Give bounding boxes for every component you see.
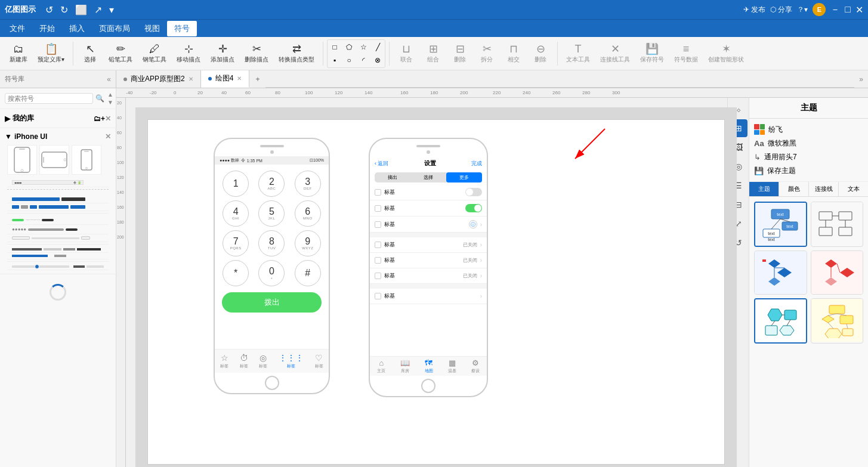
line-shape-btn[interactable]: ╱ <box>372 41 384 53</box>
star-shape-btn[interactable]: ☆ <box>357 41 369 53</box>
tab-panel-toggle[interactable]: » <box>854 70 868 88</box>
del-node-btn[interactable]: ✂ 删除描点 <box>240 39 273 68</box>
p2-tabnav-3[interactable]: 🗺地图 <box>425 358 433 374</box>
tabnav-3[interactable]: ◎标签 <box>259 353 267 369</box>
checkbox-4[interactable] <box>375 242 381 248</box>
dialer-2[interactable]: 2ABC <box>258 171 285 197</box>
new-lib-btn[interactable]: 🗂 新建库 <box>5 39 32 68</box>
theme-item-1[interactable]: text text text text <box>754 202 807 247</box>
add-node-btn[interactable]: ✛ 添加描点 <box>206 39 239 68</box>
my-library-arrow[interactable]: ▶ <box>5 115 10 123</box>
menu-symbol[interactable]: 符号 <box>167 21 197 36</box>
seg-item-1[interactable]: 摘出 <box>375 172 410 183</box>
menu-layout[interactable]: 页面布局 <box>92 21 137 36</box>
dialer-0[interactable]: 0+ <box>258 260 285 286</box>
window-btn[interactable]: ⬜ <box>73 4 89 16</box>
sym5[interactable] <box>12 255 48 257</box>
menu-insert[interactable]: 插入 <box>62 21 92 36</box>
back-btn[interactable]: ‹ 返回 <box>375 160 389 168</box>
menu-file[interactable]: 文件 <box>2 21 32 36</box>
remove-btn[interactable]: ⊟ 删除 <box>447 39 473 68</box>
dialer-hash[interactable]: # <box>295 260 321 286</box>
checkbox-6[interactable] <box>375 273 381 279</box>
nav-up-arrow[interactable]: ▲ <box>107 91 114 98</box>
exclude-btn[interactable]: ⊖ 删除 <box>527 39 554 68</box>
subtab-theme[interactable]: 主题 <box>749 182 779 196</box>
my-library-add[interactable]: 🗂 <box>94 115 101 123</box>
p2-tabnav-1[interactable]: ⌂主页 <box>377 358 385 374</box>
sym6[interactable] <box>54 255 66 257</box>
min-btn[interactable]: － <box>830 4 840 16</box>
dialer-5[interactable]: 5JKL <box>258 200 285 227</box>
tabbar-med[interactable] <box>70 205 85 209</box>
menu-start[interactable]: 开始 <box>32 21 62 36</box>
tab-add-btn[interactable]: + <box>249 70 265 88</box>
save-symbol-btn[interactable]: 💾 保存符号 <box>635 39 669 68</box>
convert-node-btn[interactable]: ⇄ 转换描点类型 <box>274 39 319 68</box>
user-avatar[interactable]: E <box>813 3 826 16</box>
tabbar-item3[interactable] <box>30 205 37 209</box>
square-shape-btn[interactable]: ▪ <box>329 54 341 66</box>
checkbox-2[interactable] <box>375 205 381 212</box>
pencil-tool-btn[interactable]: ✏ 铅笔工具 <box>104 39 137 68</box>
p2-tabnav-5[interactable]: ⚙蔡设 <box>471 358 480 374</box>
ctrl-dark[interactable] <box>42 219 54 221</box>
dialer-9[interactable]: 9WXYZ <box>295 230 321 256</box>
help-btn[interactable]: ？▾ <box>797 5 808 15</box>
ctrl-small-input[interactable] <box>81 236 90 240</box>
canvas-content[interactable]: ●●●● 数林 令 1:35 PM ⊡100% 1 2ABC 3DEF <box>135 107 737 467</box>
dialer-7[interactable]: 7PQRS <box>223 230 249 256</box>
statusbar-symbol[interactable]: ●●●● 令 🔋 <box>12 180 84 185</box>
symbol-data-btn[interactable]: ≡ 符号数据 <box>669 39 703 68</box>
p2-tabnav-4[interactable]: ▦温基 <box>448 358 456 374</box>
dialer-1[interactable]: 1 <box>223 171 249 197</box>
pen-tool-btn[interactable]: 🖊 钢笔工具 <box>138 39 171 68</box>
close-btn[interactable]: ✕ <box>855 4 863 16</box>
subtab-text[interactable]: 文本 <box>838 182 868 196</box>
rect-shape-btn[interactable]: □ <box>329 41 341 53</box>
my-library-close[interactable]: ✕ <box>105 115 111 123</box>
move-node-btn[interactable]: ⊹ 移动描点 <box>172 39 205 68</box>
tabnav-4[interactable]: ⋮⋮⋮标签 <box>279 353 304 369</box>
checkbox-7[interactable] <box>375 293 381 299</box>
slider-sym[interactable] <box>12 265 69 268</box>
ctrl-bar[interactable] <box>28 228 64 231</box>
tabbar-item1[interactable] <box>12 205 19 209</box>
ctrl-dark2[interactable] <box>66 228 78 231</box>
intersect-btn[interactable]: ⊓ 相交 <box>501 39 527 68</box>
tabbar-wide[interactable] <box>39 205 69 209</box>
nav-down-arrow[interactable]: ▼ <box>107 98 114 106</box>
iphone-library-close[interactable]: ✕ <box>105 132 111 141</box>
tabnav-2[interactable]: ⏱标签 <box>240 353 248 369</box>
preset-lib-btn[interactable]: 📋 预定义库▾ <box>33 39 69 68</box>
done-btn[interactable]: 完成 <box>471 160 482 168</box>
subtab-connector[interactable]: 连接线 <box>808 182 838 196</box>
home-button1[interactable] <box>265 376 279 390</box>
ctrl-input[interactable] <box>12 236 30 240</box>
tabnav-5[interactable]: ♡标签 <box>315 353 323 369</box>
share-btn[interactable]: ⬡ 分享 <box>770 5 792 15</box>
checkbox-1[interactable] <box>375 189 381 196</box>
p2-tabnav-2[interactable]: 📖库房 <box>400 358 410 374</box>
dialer-6[interactable]: 6MNO <box>295 200 321 227</box>
tab-drawing4-close[interactable]: ✕ <box>237 75 242 82</box>
sym4[interactable] <box>77 248 101 250</box>
checkbox-3[interactable] <box>375 221 381 228</box>
menu-view[interactable]: 视图 <box>137 21 167 36</box>
toggle-2[interactable] <box>465 204 482 212</box>
seg-item-2[interactable]: 选择 <box>410 172 446 183</box>
subtab-color[interactable]: 颜色 <box>779 182 808 196</box>
text-tool-btn[interactable]: T 文本工具 <box>561 39 595 68</box>
dialer-4[interactable]: 4GHI <box>223 200 249 227</box>
undo-btn[interactable]: ↺ <box>43 4 55 16</box>
dialer-8[interactable]: 8TUV <box>258 230 285 256</box>
sym7[interactable] <box>73 265 85 268</box>
tab-drawing2-close[interactable]: ✕ <box>189 76 193 82</box>
theme-item-4[interactable] <box>811 250 864 295</box>
theme-item-5[interactable] <box>754 298 807 344</box>
split-btn[interactable]: ✂ 拆分 <box>474 39 500 68</box>
info-badge[interactable]: ⓘ <box>469 220 477 228</box>
tab-drawing4[interactable]: 绘图4 ✕ <box>201 70 250 88</box>
union-btn[interactable]: ⊔ 联合 <box>393 39 419 68</box>
search-icon[interactable]: 🔍 <box>95 94 104 103</box>
